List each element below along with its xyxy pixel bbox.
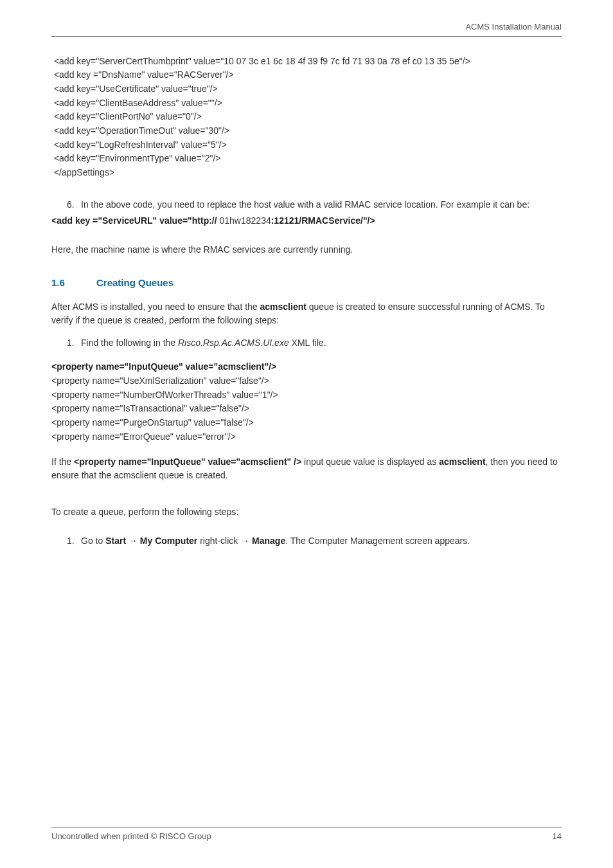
code-line: <property name="PurgeOnStartup" value="f… — [51, 416, 562, 430]
code-line: </appSettings> — [51, 166, 562, 180]
code-line: <add key="EnvironmentType" value="2"/> — [51, 152, 562, 166]
code-line: <property name="NumberOfWorkerThreads" v… — [51, 388, 562, 402]
section-number: 1.6 — [51, 276, 96, 291]
header-title: ACMS Installation Manual — [465, 22, 562, 32]
manage-bold: Manage — [252, 536, 285, 546]
list-item-1-find: 1. Find the following in the Risco.Rsp.A… — [67, 336, 562, 350]
page-header: ACMS Installation Manual — [51, 21, 562, 37]
property-tag-bold: <property name="InputQueue" value="acmsc… — [74, 457, 301, 467]
code-line-bold: <property name="InputQueue" value="acmsc… — [51, 360, 562, 374]
code-line: <add key="ClientBaseAddress" value=""/> — [51, 96, 562, 111]
code-line: <add key="LogRefreshInterval" value="5"/… — [51, 138, 562, 152]
acmsclient-bold: acmsclient — [260, 302, 306, 312]
start-bold: Start — [105, 536, 126, 546]
list-text: In the above code, you need to replace t… — [81, 198, 529, 212]
code-line: <property name="ErrorQueue" value="error… — [51, 430, 562, 444]
para-machine-name: Here, the machine name is where the RMAC… — [51, 243, 562, 257]
list-number: 1. — [67, 336, 81, 350]
footer-left: Uncontrolled when printed © RISCO Group — [51, 830, 211, 843]
section-title: Creating Queues — [96, 277, 173, 288]
section-heading-1-6: 1.6Creating Queues — [51, 276, 562, 291]
code-line: <add key="OperationTimeOut" value="30"/> — [51, 124, 562, 138]
acmsclient-bold-2: acmsclient — [439, 457, 485, 467]
code-line: <property name="IsTransactional" value="… — [51, 402, 562, 416]
list-text: Go to Start → My Computer right-click → … — [81, 534, 470, 548]
para-if-inputqueue: If the <property name="InputQueue" value… — [51, 455, 562, 482]
code-block-properties: <property name="InputQueue" value="acmsc… — [51, 360, 562, 444]
list-number: 6. — [67, 198, 81, 212]
page-footer: Uncontrolled when printed © RISCO Group … — [51, 827, 562, 843]
service-url-host: 01hw182234 — [220, 215, 271, 226]
list-text: Find the following in the Risco.Rsp.Ac.A… — [81, 336, 326, 350]
list-item-6: 6. In the above code, you need to replac… — [67, 198, 562, 212]
code-block-appsettings: <add key="ServerCertThumbprint" value="1… — [51, 55, 562, 180]
list-item-1-goto: 1. Go to Start → My Computer right-click… — [67, 534, 562, 548]
code-line: <add key ="DnsName" value="RACServer"/> — [51, 68, 562, 82]
filename-italic: Risco.Rsp.Ac.ACMS.UI.exe — [178, 338, 289, 348]
service-url-part1: <add key ="ServiceURL" value="http:// — [51, 215, 220, 226]
footer-page-number: 14 — [553, 830, 562, 843]
mycomputer-bold: My Computer — [140, 536, 197, 546]
code-line: <add key="ServerCertThumbprint" value="1… — [51, 55, 562, 69]
para-after-install: After ACMS is installed, you need to ens… — [51, 300, 562, 327]
code-line: <add key="UseCertificate" value="true"/> — [51, 82, 562, 96]
para-create-queue: To create a queue, perform the following… — [51, 505, 562, 519]
code-line: <property name="UseXmlSerialization" val… — [51, 374, 562, 388]
code-line: <add key="ClientPortNo" value="0"/> — [51, 110, 562, 124]
list-number: 1. — [67, 534, 81, 548]
service-url-part3: :12121/RMACService/"/> — [271, 215, 375, 226]
service-url-line: <add key ="ServiceURL" value="http:// 01… — [51, 214, 562, 228]
